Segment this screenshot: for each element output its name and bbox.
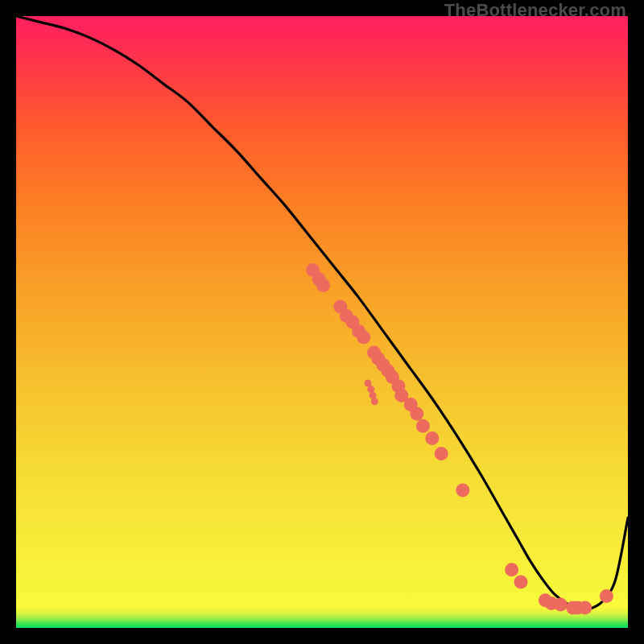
scatter-dot-small <box>367 386 374 393</box>
scatter-dot <box>600 589 613 603</box>
scatter-dot <box>416 419 430 433</box>
scatter-dot <box>410 407 423 421</box>
scatter-dot-small <box>371 398 378 405</box>
scatter-dot <box>456 484 469 497</box>
bottleneck-curve <box>16 16 628 609</box>
scatter-points-small <box>365 380 378 406</box>
scatter-dot <box>357 331 370 345</box>
scatter-dot <box>554 598 568 612</box>
chart-frame: TheBottlenecker.com <box>0 0 644 644</box>
scatter-dot <box>425 431 439 445</box>
chart-svg <box>16 16 628 628</box>
scatter-dot <box>578 601 592 614</box>
scatter-dot <box>505 563 518 576</box>
gradient-plot-area <box>16 16 628 628</box>
scatter-dot <box>514 576 528 589</box>
scatter-dot <box>435 447 448 460</box>
scatter-dot <box>316 279 330 292</box>
scatter-dot-small <box>369 392 377 399</box>
